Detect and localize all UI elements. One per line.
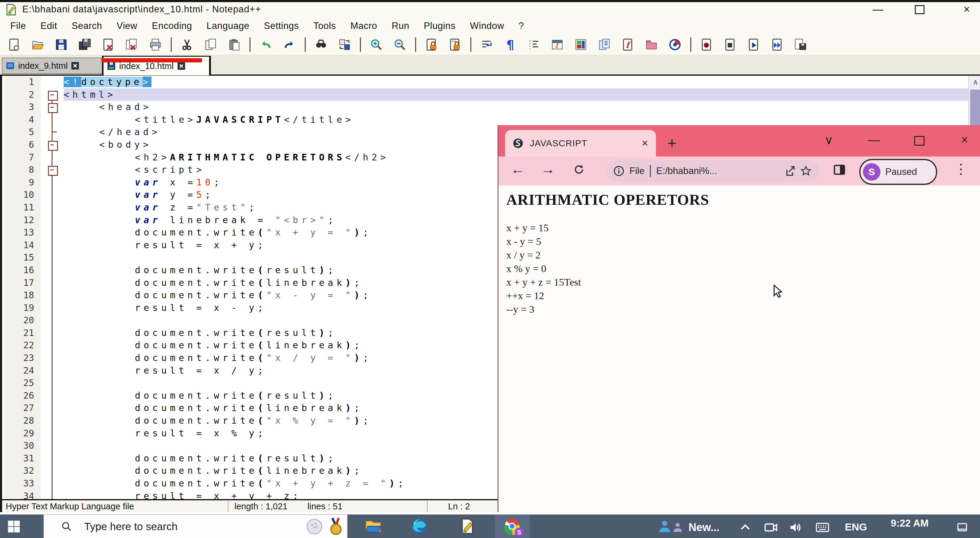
forward-button[interactable]: → — [541, 161, 555, 177]
workspace-icon[interactable] — [644, 38, 659, 52]
menu-item-run[interactable]: Run — [384, 21, 416, 31]
touch-keyboard-icon[interactable] — [815, 521, 830, 534]
edge-icon[interactable] — [410, 517, 428, 535]
code-line-2[interactable]: <html> — [64, 88, 969, 101]
minimize-button[interactable]: — — [865, 3, 891, 16]
replace-icon[interactable] — [337, 38, 352, 52]
code-line-4[interactable]: <title>JAVASCRIPT</title> — [64, 113, 969, 126]
menu-item-edit[interactable]: Edit — [33, 21, 64, 31]
address-bar[interactable]: File E:/bhabani%... — [606, 160, 819, 182]
window-menu-chevron-icon[interactable]: ∨ — [815, 133, 842, 147]
code-line-1[interactable]: <!doctype> — [64, 76, 969, 88]
menu-item-[interactable]: ? — [511, 21, 531, 31]
close-icon[interactable] — [101, 38, 115, 52]
browser-menu-icon[interactable]: ⋮ — [954, 161, 968, 177]
notepadpp-taskbar-icon[interactable] — [459, 517, 476, 535]
clock[interactable]: 9:22 AM — [881, 517, 939, 529]
taskbar-search[interactable]: Type here to search — [43, 514, 348, 538]
menu-item-search[interactable]: Search — [64, 21, 109, 31]
language-indicator[interactable]: ENG — [845, 521, 867, 533]
doc-list-icon[interactable] — [597, 38, 611, 52]
people-hub-label[interactable]: New... — [689, 521, 720, 534]
function-list-icon[interactable]: f — [550, 38, 564, 52]
fold-collapse-icon[interactable] — [48, 141, 58, 151]
fold-margin[interactable] — [41, 76, 64, 499]
macro-stop-icon[interactable] — [723, 38, 737, 52]
people-icon-secondary[interactable] — [671, 521, 684, 534]
close-button[interactable]: × — [953, 3, 980, 16]
maximize-button[interactable] — [914, 136, 924, 146]
menu-item-macro[interactable]: Macro — [343, 21, 384, 31]
tab-close-icon[interactable] — [177, 62, 186, 71]
people-icon[interactable] — [657, 518, 672, 535]
zoom-in-icon[interactable] — [369, 38, 383, 52]
save-icon[interactable] — [54, 38, 68, 52]
tab-index-9[interactable]: index_9.html — [2, 57, 107, 74]
indent-guide-icon[interactable] — [527, 38, 541, 52]
speaker-icon[interactable] — [789, 521, 803, 534]
fold-collapse-icon[interactable] — [48, 103, 58, 113]
close-all-icon[interactable] — [125, 38, 139, 52]
restore-button[interactable] — [915, 5, 924, 14]
show-symbols-icon[interactable]: ¶ — [503, 38, 517, 52]
undo-icon[interactable] — [259, 38, 273, 52]
profile-paused-button[interactable]: S Paused — [859, 159, 937, 185]
share-icon[interactable] — [784, 165, 796, 177]
macro-record-icon[interactable] — [700, 38, 714, 52]
save-all-icon[interactable] — [78, 38, 92, 52]
scroll-up-icon[interactable]: ∧ — [969, 76, 980, 88]
menu-item-settings[interactable]: Settings — [256, 21, 306, 31]
function-icon[interactable]: f — [621, 38, 635, 52]
hidden-icons-chevron-icon[interactable] — [739, 521, 752, 534]
minimize-button[interactable]: — — [861, 133, 888, 146]
open-icon[interactable] — [31, 38, 45, 52]
menu-item-encoding[interactable]: Encoding — [145, 21, 199, 31]
code-line-3[interactable]: <head> — [64, 101, 969, 113]
address-url[interactable]: E:/bhabani%... — [656, 165, 784, 176]
browser-tab[interactable]: JAVASCRIPT × — [505, 130, 656, 157]
reload-icon[interactable] — [573, 164, 587, 177]
line-number: 15 — [4, 251, 41, 264]
find-icon[interactable] — [314, 38, 328, 52]
code-segment: y = — [161, 189, 196, 200]
fold-marker-row — [41, 101, 64, 113]
copy-icon[interactable] — [204, 38, 218, 52]
bookmark-star-icon[interactable] — [800, 165, 811, 177]
menu-item-file[interactable]: File — [3, 21, 33, 31]
menu-item-plugins[interactable]: Plugins — [416, 21, 463, 31]
monitor-icon[interactable] — [668, 38, 682, 52]
menu-item-language[interactable]: Language — [199, 21, 257, 31]
paste-icon[interactable] — [227, 38, 241, 52]
info-icon[interactable] — [613, 165, 625, 177]
side-panel-icon[interactable] — [833, 163, 846, 176]
file-explorer-icon[interactable] — [364, 517, 382, 535]
macro-run-multi-icon[interactable] — [770, 38, 784, 52]
line-number: 26 — [4, 389, 41, 402]
zoom-out-icon[interactable] — [393, 38, 407, 52]
macro-play-icon[interactable] — [747, 38, 760, 52]
sync-v-icon[interactable] — [425, 38, 438, 52]
camera-icon[interactable] — [764, 521, 778, 534]
tab-close-icon[interactable]: × — [642, 137, 648, 149]
fold-marker-row — [41, 289, 64, 302]
new-tab-button[interactable]: + — [667, 135, 676, 151]
fold-collapse-icon[interactable] — [48, 91, 58, 101]
doc-map-icon[interactable] — [574, 38, 588, 52]
redo-icon[interactable] — [282, 38, 296, 52]
start-button-icon[interactable] — [6, 519, 22, 534]
macro-save-icon[interactable] — [794, 38, 808, 52]
wrap-icon[interactable] — [480, 38, 494, 52]
code-segment: ( — [258, 352, 266, 363]
fold-collapse-icon[interactable] — [48, 166, 58, 176]
menu-item-view[interactable]: View — [110, 21, 145, 31]
menu-item-tools[interactable]: Tools — [306, 21, 343, 31]
close-button[interactable]: × — [951, 133, 978, 146]
back-button[interactable]: ← — [511, 161, 525, 177]
tab-close-icon[interactable] — [71, 61, 80, 70]
new-file-icon[interactable] — [7, 38, 21, 52]
cut-icon[interactable] — [180, 38, 194, 52]
action-center-icon[interactable] — [955, 522, 969, 533]
menu-item-window[interactable]: Window — [463, 21, 511, 31]
print-icon[interactable] — [148, 38, 162, 52]
sync-h-icon[interactable] — [448, 38, 462, 52]
